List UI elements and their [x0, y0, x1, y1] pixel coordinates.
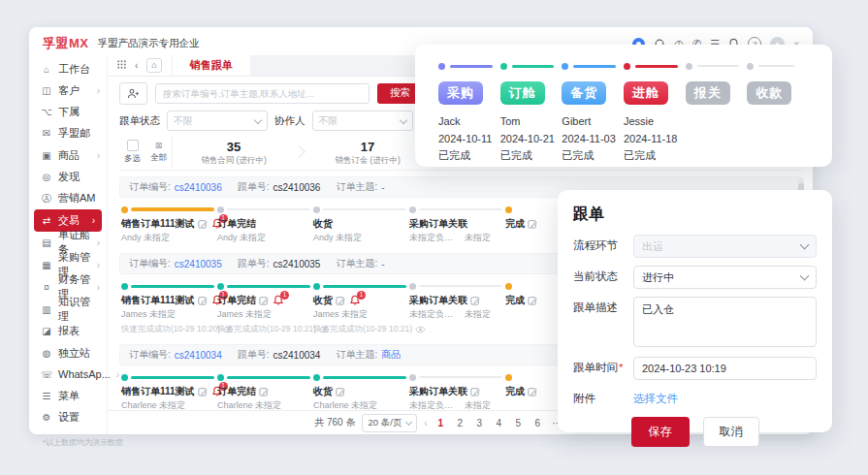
- company-name: 孚盟产品演示专用企业: [98, 37, 200, 50]
- stage-badge-purchase[interactable]: 采购: [438, 81, 483, 105]
- step-line: [131, 285, 214, 288]
- stage-info: Jessie2024-11-18已完成: [624, 113, 686, 165]
- step-note: 快速完成成功(10-29 10:21): [313, 324, 409, 335]
- sidebar-item-products[interactable]: ▣商品›: [29, 144, 107, 166]
- step-line: [227, 208, 310, 210]
- edit-icon[interactable]: [198, 296, 208, 305]
- stage-badge-stocking[interactable]: 备货: [562, 81, 606, 105]
- edit-icon[interactable]: [470, 387, 480, 396]
- order-no-link[interactable]: cs2410036: [175, 182, 222, 193]
- stage-badge-payment[interactable]: 收款: [747, 81, 791, 105]
- page-number[interactable]: 2: [454, 418, 466, 428]
- description-label: 跟单描述: [573, 297, 633, 315]
- sidebar-item-subordinates[interactable]: ⌥下属: [29, 101, 107, 122]
- collaborator-select[interactable]: 不限: [312, 111, 413, 131]
- search-input[interactable]: [155, 83, 370, 104]
- step-owner: Andy 未指定: [121, 232, 217, 244]
- stat-card-sales-deposit[interactable]: 17 销售订金 (进行中): [306, 137, 429, 170]
- sidebar-item-menu[interactable]: ☰菜单: [29, 386, 107, 407]
- page-number[interactable]: 6: [531, 418, 544, 428]
- attachment-label: 附件: [573, 388, 633, 406]
- chevron-down-icon: [405, 418, 412, 425]
- sidebar-item-workbench[interactable]: ⌂工作台: [29, 58, 107, 79]
- step-dot: [313, 283, 320, 290]
- chevron-right-icon: ›: [97, 238, 100, 248]
- sidebar-item-whatsapp[interactable]: ☏WhatsAp...›: [29, 364, 107, 385]
- order-no-link[interactable]: cs2410034: [175, 350, 222, 361]
- sidebar-item-website[interactable]: ◍独立站: [29, 342, 107, 364]
- step-note: 快速完成成功(10-29 10:20): [121, 324, 217, 335]
- edit-icon[interactable]: [528, 387, 537, 396]
- multi-select-toggle[interactable]: 多选: [119, 137, 145, 168]
- edit-icon[interactable]: [198, 387, 208, 396]
- bell-icon[interactable]: 1: [350, 295, 360, 305]
- cancel-button[interactable]: 取消: [703, 417, 759, 447]
- edit-icon[interactable]: [528, 219, 537, 229]
- step-line: [323, 376, 406, 379]
- step-name: 订单完结: [217, 385, 256, 397]
- notification-badge: 1: [280, 291, 289, 300]
- sidebar-item-discover[interactable]: ◎发现: [29, 166, 107, 187]
- progress-line: [758, 65, 794, 67]
- prev-page-icon[interactable]: ‹: [424, 418, 427, 428]
- step-line: [323, 208, 406, 210]
- back-icon[interactable]: ‹: [135, 60, 138, 71]
- save-button[interactable]: 保存: [631, 417, 690, 447]
- step-name: 销售订单111测试: [121, 294, 195, 306]
- page-number[interactable]: 1: [434, 418, 447, 428]
- stat-card-sales-contract[interactable]: 35 销售合同 (进行中): [173, 137, 295, 170]
- order-subject[interactable]: 商品: [381, 348, 401, 362]
- follow-time-input[interactable]: [633, 357, 817, 380]
- page-number[interactable]: 5: [512, 418, 525, 428]
- contact-add-icon[interactable]: [119, 82, 147, 105]
- step-name: 采购订单关联: [409, 294, 467, 306]
- checkbox-icon: [127, 140, 139, 151]
- apps-grid-icon[interactable]: [117, 60, 126, 71]
- description-textarea[interactable]: 已入仓: [633, 297, 817, 347]
- edit-icon[interactable]: [198, 219, 208, 229]
- choose-file-link[interactable]: 选择文件: [633, 388, 678, 406]
- follow-time-label: 跟单时间*: [573, 357, 633, 375]
- progress-line: [697, 65, 740, 67]
- follow-status-select[interactable]: 不限: [167, 111, 268, 131]
- stage-badge-booking[interactable]: 订舱: [500, 81, 545, 105]
- sidebar-item-mail[interactable]: ✉孚盟邮: [29, 123, 107, 144]
- select-all-toggle[interactable]: ⊠全部: [145, 137, 172, 168]
- step-dot: [121, 206, 128, 213]
- timeline-step: 收货 Andy 未指定: [313, 206, 409, 244]
- home-tab-icon[interactable]: ⌂: [146, 58, 161, 73]
- chevron-down-icon: [254, 115, 262, 123]
- sidebar-item-marketing[interactable]: Ⓐ营销AM: [29, 187, 107, 208]
- sidebar-item-reports[interactable]: ◪报表: [29, 321, 107, 342]
- order-subject[interactable]: -: [381, 182, 384, 193]
- sidebar-item-customers[interactable]: ◫客户›: [29, 79, 107, 101]
- edit-icon[interactable]: [259, 296, 269, 305]
- step-name: 收货: [313, 217, 333, 230]
- stage-info: Tom2024-10-21已完成: [500, 113, 563, 165]
- sidebar-item-settings[interactable]: ⚙设置: [29, 407, 107, 428]
- current-status-select[interactable]: 进行中: [633, 266, 817, 289]
- stage-badge-loading[interactable]: 进舱: [624, 81, 668, 105]
- product-icon: ▣: [41, 150, 52, 161]
- page-size-select[interactable]: 20 条/页: [362, 414, 417, 432]
- stage-badge-customs[interactable]: 报关: [686, 81, 730, 105]
- step-line: [419, 285, 502, 287]
- page-number[interactable]: 3: [473, 418, 486, 428]
- step-name: 采购订单关联: [409, 217, 467, 230]
- document-icon: ▤: [41, 238, 52, 248]
- bell-icon[interactable]: 1: [273, 295, 283, 305]
- timeline-step: 采购订单关联 未指定负…未指定: [409, 282, 505, 335]
- sidebar-item-knowledge[interactable]: ▥知识管理: [29, 299, 107, 321]
- edit-icon[interactable]: [259, 387, 269, 396]
- process-step-select[interactable]: 出运: [633, 235, 817, 258]
- page-number[interactable]: 4: [493, 418, 505, 428]
- edit-icon[interactable]: [336, 296, 345, 305]
- order-no-link[interactable]: cs2410035: [175, 259, 222, 269]
- order-subject[interactable]: -: [381, 259, 384, 269]
- edit-icon[interactable]: [528, 296, 537, 305]
- edit-icon[interactable]: [336, 387, 345, 396]
- tab-sales-follow[interactable]: 销售跟单: [172, 55, 251, 76]
- finance-icon: ¤: [41, 282, 52, 293]
- website-icon: ◍: [41, 348, 52, 359]
- edit-icon[interactable]: [470, 296, 480, 305]
